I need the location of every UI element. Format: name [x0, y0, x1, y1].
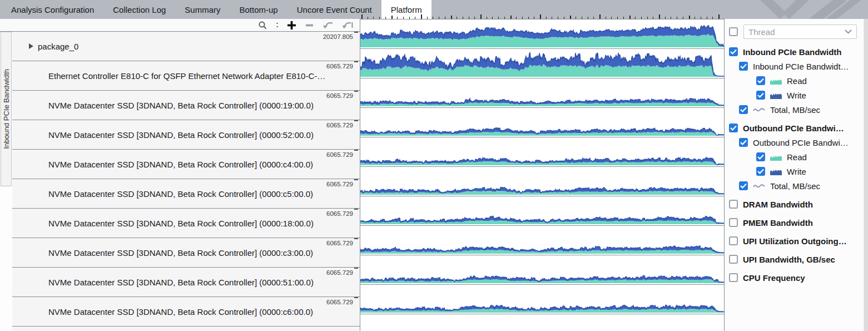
ruler-minor-tick: [689, 16, 690, 19]
tab-analysis-configuration[interactable]: Analysis Configuration: [2, 0, 103, 19]
clipped-row: [360, 314, 724, 331]
ruler-minor-tick: [623, 17, 624, 19]
checkbox-unchecked[interactable]: [729, 255, 738, 264]
bandwidth-chart-package-0[interactable]: [360, 19, 724, 49]
bandwidth-chart-nvme-datacenter-ssd-3dnand-beta-rock-con[interactable]: [360, 78, 724, 108]
legend-item-write: Write: [725, 164, 862, 179]
ruler-minor-tick: [379, 17, 380, 19]
thread-filter-dropdown[interactable]: Thread: [743, 24, 857, 39]
tab-collection-log[interactable]: Collection Log: [103, 0, 175, 19]
ruler-minor-tick: [385, 17, 386, 19]
legend-item-label: Inbound PCIe Bandwidth: [743, 47, 841, 57]
legend-item-label: Outbound PCIe Bandwi…: [743, 123, 844, 133]
bandwidth-chart-ethernet-controller-e810-c-for-qsfp-ethe[interactable]: [360, 49, 724, 78]
zoom-in-icon[interactable]: [287, 19, 296, 31]
axis-max-value: 6065.729: [326, 269, 353, 276]
checkbox-checked[interactable]: [729, 123, 738, 132]
checkbox-checked[interactable]: [739, 138, 748, 147]
bandwidth-chart-nvme-datacenter-ssd-3dnand-beta-rock-con[interactable]: [360, 196, 724, 226]
brand-pattern: [757, 0, 868, 19]
redo-zoom-icon[interactable]: [342, 19, 353, 31]
bandwidth-chart-nvme-datacenter-ssd-3dnand-beta-rock-con[interactable]: [360, 137, 724, 167]
device-name: NVMe Datacenter SSD [3DNAND, Beta Rock C…: [48, 278, 314, 287]
row-label-nvme-datacenter-ssd-3dnand-beta-rock-con[interactable]: NVMe Datacenter SSD [3DNAND, Beta Rock C…: [12, 179, 360, 209]
axis-max-tick: [354, 179, 358, 182]
bandwidth-chart-nvme-datacenter-ssd-3dnand-beta-rock-con[interactable]: [360, 255, 724, 285]
zoom-out-icon[interactable]: [305, 19, 314, 31]
search-icon[interactable]: [258, 19, 267, 31]
ruler-minor-tick: [487, 17, 487, 19]
row-label-ethernet-controller-e810-c-for-qsfp-ethe[interactable]: Ethernet Controller E810-C for QSFP Ethe…: [12, 61, 360, 91]
ruler-minor-tick: [695, 17, 695, 19]
axis-max-tick: [354, 91, 358, 93]
checkbox-unchecked[interactable]: [729, 27, 738, 36]
ruler-minor-tick: [641, 17, 642, 19]
ruler-minor-tick: [564, 17, 564, 19]
row-label-nvme-datacenter-ssd-3dnand-beta-rock-con[interactable]: NVMe Datacenter SSD [3DNAND, Beta Rock C…: [12, 268, 360, 297]
legend-item-outbound-pcie-bandwi: Outbound PCIe Bandwi…: [725, 121, 862, 135]
checkbox-checked[interactable]: [756, 152, 765, 161]
legend-scrollbar[interactable]: [864, 19, 868, 331]
ruler-minor-tick: [439, 17, 439, 19]
axis-max-tick: [354, 297, 358, 300]
axis-max-value: 20207.805: [323, 33, 353, 40]
ruler-minor-tick: [635, 17, 636, 19]
checkbox-checked[interactable]: [729, 47, 738, 56]
axis-max-value: 6065.729: [326, 151, 353, 158]
checkbox-checked[interactable]: [756, 167, 765, 176]
tab-bottom-up[interactable]: Bottom-up: [230, 0, 287, 19]
ruler-minor-tick: [665, 17, 666, 19]
bandwidth-chart-nvme-datacenter-ssd-3dnand-beta-rock-con[interactable]: [360, 285, 724, 314]
row-label-nvme-datacenter-ssd-3dnand-beta-rock-con[interactable]: NVMe Datacenter SSD [3DNAND, Beta Rock C…: [12, 238, 360, 268]
legend-item-total-mb-sec: Total, MB/sec: [725, 102, 862, 117]
row-label-nvme-datacenter-ssd-3dnand-beta-rock-con[interactable]: NVMe Datacenter SSD [3DNAND, Beta Rock C…: [12, 91, 360, 120]
device-name: NVMe Datacenter SSD [3DNAND, Beta Rock C…: [48, 189, 313, 199]
ruler-minor-tick: [611, 17, 612, 19]
tab-summary[interactable]: Summary: [175, 0, 230, 19]
total-line-icon: [753, 106, 765, 113]
ruler-minor-tick: [593, 17, 594, 19]
checkbox-checked[interactable]: [756, 91, 765, 100]
checkbox-unchecked[interactable]: [729, 218, 738, 227]
tab-uncore-event-count[interactable]: Uncore Event Count: [287, 0, 381, 19]
undo-zoom-icon[interactable]: [323, 19, 334, 31]
row-label-package-0[interactable]: package_020207.805: [12, 32, 360, 61]
row-label-panel: : Inbound PCIe Bandwidth: [0, 19, 360, 331]
legend-item-upi-utilization-outgoing: UPI Utilization Outgoing…: [725, 234, 862, 248]
chevron-down-icon: [845, 29, 852, 34]
stacked-area-chart: [360, 78, 724, 107]
checkbox-checked[interactable]: [756, 76, 765, 85]
row-label-nvme-datacenter-ssd-3dnand-beta-rock-con[interactable]: NVMe Datacenter SSD [3DNAND, Beta Rock C…: [12, 150, 360, 179]
platform-view: : Inbound PCIe Bandwidth: [0, 19, 868, 331]
bandwidth-chart-nvme-datacenter-ssd-3dnand-beta-rock-con[interactable]: [360, 167, 724, 196]
checkbox-unchecked[interactable]: [729, 200, 738, 209]
ruler-minor-tick: [558, 17, 558, 19]
bandwidth-chart-nvme-datacenter-ssd-3dnand-beta-rock-con[interactable]: [360, 108, 724, 137]
checkbox-checked[interactable]: [739, 62, 748, 71]
ruler-minor-tick: [522, 17, 523, 19]
row-label-nvme-datacenter-ssd-3dnand-beta-rock-con[interactable]: NVMe Datacenter SSD [3DNAND, Beta Rock C…: [12, 209, 360, 238]
axis-max-tick: [354, 120, 358, 123]
bandwidth-chart-nvme-datacenter-ssd-3dnand-beta-rock-con[interactable]: [360, 226, 724, 255]
legend-item-cpu-frequency: CPU Frequency: [725, 270, 862, 285]
checkbox-checked[interactable]: [739, 105, 748, 114]
ruler-minor-tick: [647, 17, 648, 19]
ruler-major-tick: [718, 14, 720, 19]
row-label-nvme-datacenter-ssd-3dnand-beta-rock-con[interactable]: NVMe Datacenter SSD [3DNAND, Beta Rock C…: [12, 120, 360, 150]
row-label-nvme-datacenter-ssd-3dnand-beta-rock-con[interactable]: NVMe Datacenter SSD [3DNAND, Beta Rock C…: [12, 297, 360, 327]
ruler-minor-tick: [474, 17, 475, 19]
legend-item-read: Read: [725, 73, 862, 88]
legend-item-label: UPI Bandwidth, GB/sec: [743, 255, 835, 264]
ruler-minor-tick: [528, 17, 529, 19]
ruler-minor-tick: [463, 17, 463, 19]
expand-arrow-icon[interactable]: [29, 43, 33, 49]
axis-max-value: 6065.729: [326, 92, 353, 99]
inbound-pcie-bandwidth-group-tab[interactable]: Inbound PCIe Bandwidth: [1, 32, 12, 186]
checkbox-unchecked[interactable]: [729, 273, 738, 282]
checkbox-unchecked[interactable]: [729, 236, 738, 245]
checkbox-checked[interactable]: [739, 181, 748, 190]
ruler-minor-tick: [510, 16, 512, 19]
tab-platform[interactable]: Platform: [381, 0, 431, 19]
device-name: NVMe Datacenter SSD [3DNAND, Beta Rock C…: [48, 307, 313, 317]
ruler-minor-tick: [606, 17, 606, 19]
